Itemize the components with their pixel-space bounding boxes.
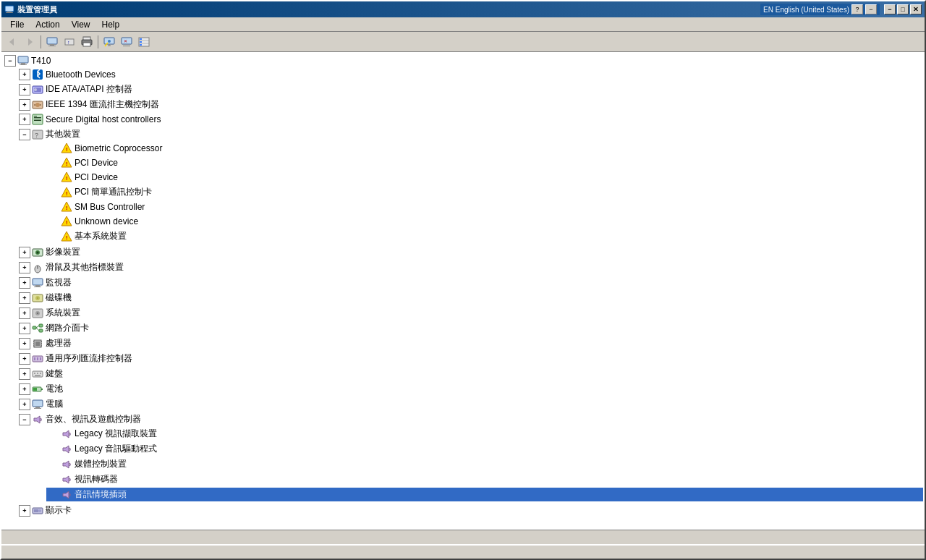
expand-other-devices[interactable]: −	[19, 129, 30, 140]
tree-row-pci2[interactable]: ! PCI Device	[46, 171, 923, 184]
back-button[interactable]	[4, 34, 20, 50]
print-button[interactable]	[79, 34, 95, 50]
tree-item-unknown: ! Unknown device	[17, 214, 923, 229]
expand-display[interactable]: +	[19, 505, 30, 517]
lang-text: EN English (United States)	[763, 6, 849, 14]
menu-action[interactable]: Action	[30, 18, 65, 31]
tree-row-biometric[interactable]: ! Biometric Coprocessor	[46, 142, 923, 155]
tree-row-usb-controller[interactable]: + 通用序列匯流排控制器	[17, 352, 923, 365]
expand-t410[interactable]: −	[4, 55, 16, 67]
tree-label-disk: 磁碟機	[46, 292, 72, 304]
tree-row-keyboard[interactable]: + 鍵盤	[17, 367, 923, 381]
tree-row-imaging[interactable]: + 影像裝置	[17, 245, 923, 259]
spacer-audio-context	[48, 489, 59, 501]
close-button[interactable]: ✕	[910, 4, 922, 14]
view1-icon: ✕	[121, 36, 132, 48]
imaging-icon	[32, 247, 43, 258]
minimize-button[interactable]: −	[884, 4, 896, 14]
forward-button[interactable]	[22, 34, 38, 50]
svg-line-77	[36, 326, 39, 328]
tree-row-media-ctrl[interactable]: 媒體控制裝置	[46, 457, 923, 471]
expand-battery[interactable]: +	[19, 383, 30, 395]
tree-row-bluetooth[interactable]: + Bluetooth Devices	[17, 68, 923, 81]
expand-system[interactable]: +	[19, 307, 30, 319]
usb-controller-icon	[32, 353, 43, 365]
title-bar: 裝置管理員 EN English (United States) ? − − □…	[1, 1, 925, 17]
tree-row-audio-context[interactable]: 音訊情境插頭	[46, 488, 923, 501]
expand-ide[interactable]: +	[19, 84, 30, 96]
lang-help-button[interactable]: ?	[851, 4, 863, 14]
expand-bluetooth[interactable]: +	[19, 69, 30, 80]
scan-button[interactable]	[101, 34, 117, 50]
expand-sound[interactable]: −	[19, 414, 30, 425]
expand-mouse[interactable]: +	[19, 262, 30, 273]
tree-row-smbus[interactable]: ! SM Bus Controller	[46, 200, 923, 213]
network-icon	[32, 323, 43, 334]
tree-row-computer[interactable]: + 電腦	[17, 397, 923, 411]
tree-row-monitor[interactable]: + 監視器	[17, 276, 923, 289]
tree-label-pci-simple: PCI 簡單通訊控制卡	[75, 186, 152, 198]
menu-view[interactable]: View	[66, 18, 96, 31]
tree-item-sd: + Secure Digital host contr	[3, 112, 923, 127]
tree-row-mouse[interactable]: + 滑鼠及其他指標裝置	[17, 260, 923, 274]
tree-item-basic-sys: ! 基本系統裝置	[17, 229, 923, 244]
tree-row-ieee1394[interactable]: + IEEE 1394 匯流排主機控制器	[17, 98, 923, 111]
forward-icon	[24, 36, 35, 48]
spacer-unknown	[48, 216, 59, 227]
view-mode-button-2[interactable]	[136, 34, 152, 50]
expand-usb-controller[interactable]: +	[19, 353, 30, 365]
tree-row-basic-sys[interactable]: ! 基本系統裝置	[46, 229, 923, 243]
svg-rect-99	[33, 400, 43, 407]
view-mode-button-1[interactable]: ✕	[119, 34, 135, 50]
expand-disk[interactable]: +	[19, 292, 30, 304]
tree-row-video-codec[interactable]: 視訊轉碼器	[46, 472, 923, 486]
tree-row-t410[interactable]: − T410	[3, 54, 923, 67]
svg-rect-75	[39, 324, 43, 327]
tree-row-network[interactable]: + 網路介面卡	[17, 321, 923, 335]
svg-marker-103	[63, 430, 69, 438]
svg-marker-3	[9, 38, 14, 46]
svg-point-70	[37, 297, 38, 299]
svg-rect-94	[40, 373, 41, 374]
tree-row-legacy-video[interactable]: Legacy 視訊擷取裝置	[46, 427, 923, 441]
menu-help[interactable]: Help	[96, 18, 126, 31]
expand-keyboard[interactable]: +	[19, 368, 30, 380]
expand-monitor[interactable]: +	[19, 277, 30, 289]
expand-computer[interactable]: +	[19, 399, 30, 410]
expand-processor[interactable]: +	[19, 338, 30, 349]
expand-sd[interactable]: +	[19, 114, 30, 125]
svg-rect-66	[35, 285, 40, 287]
language-indicator: EN English (United States) ? −	[760, 4, 880, 15]
menu-file[interactable]: File	[4, 18, 30, 31]
update-driver-button[interactable]: ↑	[61, 34, 77, 50]
lang-collapse-button[interactable]: −	[865, 4, 877, 14]
tree-row-pci1[interactable]: ! PCI Device	[46, 156, 923, 169]
tree-row-legacy-audio[interactable]: Legacy 音訊驅動程式	[46, 442, 923, 456]
spacer-media-ctrl	[48, 459, 59, 470]
tree-row-pci-simple[interactable]: ! PCI 簡單通訊控制卡	[46, 185, 923, 199]
tree-row-other-devices[interactable]: − ? 其他裝置	[17, 127, 923, 141]
legacy-audio-icon	[61, 444, 72, 455]
tree-item-system: + 系統裝置	[3, 305, 923, 321]
other-devices-children: ! Biometric Coprocessor	[17, 141, 923, 244]
sd-icon	[32, 114, 43, 125]
expand-ieee1394[interactable]: +	[19, 99, 30, 111]
tree-row-disk[interactable]: + 磁碟機	[17, 291, 923, 305]
expand-imaging[interactable]: +	[19, 247, 30, 258]
computer-properties-button[interactable]	[44, 34, 60, 50]
expand-network[interactable]: +	[19, 323, 30, 334]
tree-row-ide[interactable]: + IDE ATA/ATAPI 控制器	[17, 82, 923, 96]
maximize-button[interactable]: □	[897, 4, 909, 14]
svg-text:!: !	[66, 234, 68, 241]
tree-row-battery[interactable]: + 電池	[17, 382, 923, 396]
tree-row-sd[interactable]: + Secure Digital host contr	[17, 113, 923, 126]
tree-row-processor[interactable]: +	[17, 336, 923, 350]
tree-row-unknown[interactable]: ! Unknown device	[46, 215, 923, 228]
tree-row-sound[interactable]: − 音效、視訊及遊戲控制器	[17, 412, 923, 426]
tree-label-audio-context: 音訊情境插頭	[75, 488, 127, 501]
tree-row-display[interactable]: + 顯示卡	[17, 504, 923, 517]
back-icon	[7, 36, 18, 48]
svg-point-33	[34, 88, 37, 91]
tree-item-pci2: ! PCI Device	[17, 170, 923, 184]
tree-row-system[interactable]: + 系統裝置	[17, 306, 923, 320]
